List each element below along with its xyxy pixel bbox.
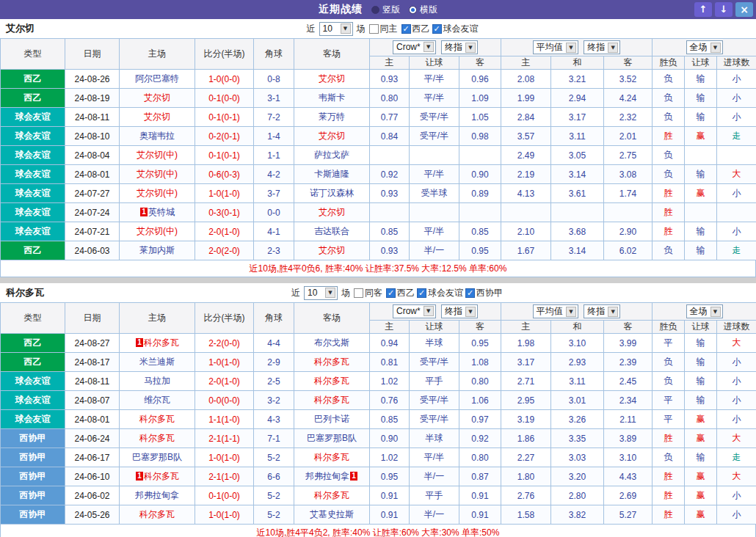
odds-away-cell: 0.98 <box>459 127 501 146</box>
team-link[interactable]: 巴塞罗那B队 <box>132 452 182 462</box>
team-link[interactable]: 奥瑞韦拉 <box>139 131 175 141</box>
team-link[interactable]: 吉达联合 <box>314 226 349 236</box>
scroll-up-button[interactable]: ↑ <box>694 2 712 17</box>
team-link[interactable]: 科尔多瓦 <box>139 509 175 519</box>
home-team-cell: 艾尔切 <box>120 89 195 108</box>
odds-away-cell: 1.05 <box>459 108 501 127</box>
team-link[interactable]: 阿尔巴塞特 <box>135 73 179 84</box>
team-link[interactable]: 艾尔切(中) <box>137 150 178 160</box>
team-link[interactable]: 莱加内斯 <box>139 245 175 255</box>
corner-cell: 1-4 <box>254 127 294 146</box>
team-link[interactable]: 科尔多瓦 <box>314 395 349 405</box>
league-badge: 西乙 <box>1 353 65 372</box>
score-cell: 2-1(1-0) <box>195 467 254 486</box>
team-link[interactable]: 邦弗拉甸拿 <box>135 490 179 500</box>
handicap-cell: 平手 <box>410 372 459 391</box>
team-link[interactable]: 巴塞罗那B队 <box>307 433 357 443</box>
score-cell: 0-1(0-1) <box>195 108 254 127</box>
odds-home-cell: 0.93 <box>370 184 410 203</box>
team-link[interactable]: 科尔多瓦 <box>314 357 349 367</box>
layout-horizontal-option[interactable]: 横版 <box>409 4 437 16</box>
close-icon: × <box>740 4 749 15</box>
match-count-select[interactable]: 10 ▼ <box>304 286 338 300</box>
team-link[interactable]: 科尔多瓦 <box>139 414 175 424</box>
scope-select[interactable]: 全场▼ <box>686 40 723 54</box>
checkbox-label: 西乙 <box>397 287 415 299</box>
avg-away-cell: 2.39 <box>604 353 653 372</box>
odds-time-select[interactable]: 终指▼ <box>441 304 478 318</box>
team-link[interactable]: 科尔多瓦 <box>144 337 179 348</box>
team-link[interactable]: 科尔多瓦 <box>314 376 349 386</box>
layout-vertical-option[interactable]: 竖版 <box>371 4 400 16</box>
team-link[interactable]: 邦弗拉甸拿 <box>305 471 349 481</box>
team-link[interactable]: 科尔多瓦 <box>139 433 175 443</box>
avg-home-cell: 3.57 <box>501 127 551 146</box>
team-link[interactable]: 萨拉戈萨 <box>314 150 349 160</box>
league-filter-option[interactable]: 球会友谊 <box>417 287 463 299</box>
team-link[interactable]: 艾尔切(中) <box>137 226 178 236</box>
team-link[interactable]: 艾尔切 <box>144 112 170 122</box>
team-link[interactable]: 卡斯迪隆 <box>314 169 349 179</box>
checkbox-icon[interactable] <box>354 288 363 298</box>
odds-company-select[interactable]: Crow*▼ <box>393 40 436 54</box>
score-cell: 0-1(0-0) <box>195 486 254 505</box>
avg-time-select[interactable]: 终指▼ <box>584 304 620 318</box>
team-link[interactable]: 科尔多瓦 <box>144 471 179 481</box>
match-count-select[interactable]: 10 ▼ <box>319 22 353 36</box>
handicap-result-cell: 输 <box>685 89 717 108</box>
away-team-cell: 莱万特 <box>294 108 370 127</box>
home-team-cell: 维尔瓦 <box>120 391 195 410</box>
checkbox-icon[interactable] <box>369 24 379 34</box>
avg-draw-cell: 2.94 <box>551 89 604 108</box>
team-link[interactable]: 诺丁汉森林 <box>310 188 354 198</box>
team-link[interactable]: 艾尔切 <box>319 245 345 255</box>
card-badge: 1 <box>140 208 148 216</box>
avg-home-cell: 2.95 <box>501 391 551 410</box>
odds-company-select[interactable]: Crow*▼ <box>393 304 436 318</box>
league-filter-option[interactable]: 西协甲 <box>465 287 503 299</box>
team-link[interactable]: 布尔戈斯 <box>314 337 349 348</box>
team-link[interactable]: 艾尔切(中) <box>137 188 178 198</box>
same-venue-filter[interactable]: 同客 <box>354 287 382 299</box>
league-badge: 西乙 <box>1 89 65 108</box>
result-cell: 胜 <box>653 127 685 146</box>
team-link[interactable]: 英特城 <box>148 207 175 217</box>
team-link[interactable]: 米兰迪斯 <box>139 357 175 367</box>
team-link[interactable]: 艾尔切 <box>319 73 345 84</box>
team-link[interactable]: 艾尔切(中) <box>137 169 178 179</box>
league-filter-option[interactable]: 西乙 <box>401 23 430 35</box>
team-name: 科尔多瓦 <box>6 286 44 299</box>
avg-time-select[interactable]: 终指▼ <box>584 40 620 54</box>
checkbox-icon[interactable] <box>465 288 475 298</box>
team-link[interactable]: 艾基史拉斯 <box>310 509 354 519</box>
team-link[interactable]: 巴列卡诺 <box>314 414 349 424</box>
team-link[interactable]: 莱万特 <box>319 112 345 122</box>
team-link[interactable]: 维尔瓦 <box>144 395 170 405</box>
checkbox-icon[interactable] <box>386 288 396 298</box>
league-badge: 西协甲 <box>1 467 65 486</box>
team-link[interactable]: 艾尔切 <box>144 92 170 103</box>
avg-type-select[interactable]: 平均值▼ <box>533 40 578 54</box>
league-filter-option[interactable]: 球会友谊 <box>432 23 479 35</box>
scroll-down-button[interactable]: ↓ <box>715 2 733 17</box>
team-link[interactable]: 韦斯卡 <box>319 92 345 103</box>
team-link[interactable]: 科尔多瓦 <box>314 490 349 500</box>
col-away: 客场 <box>294 39 370 70</box>
odds-home-cell: 0.85 <box>370 410 410 429</box>
checkbox-icon[interactable] <box>401 24 411 34</box>
team-link[interactable]: 艾尔切 <box>319 131 345 141</box>
team-link[interactable]: 艾尔切 <box>319 207 345 217</box>
league-filter-option[interactable]: 西乙 <box>386 287 415 299</box>
team-link[interactable]: 马拉加 <box>144 376 170 386</box>
avg-type-select[interactable]: 平均值▼ <box>533 304 578 318</box>
close-button[interactable]: × <box>735 2 753 17</box>
avg-home-cell: 2.71 <box>501 372 551 391</box>
same-venue-filter[interactable]: 同主 <box>369 23 398 35</box>
team-link[interactable]: 科尔多瓦 <box>314 452 349 462</box>
avg-away-cell: 2.32 <box>604 108 653 127</box>
scope-select[interactable]: 全场▼ <box>686 304 723 318</box>
checkbox-icon[interactable] <box>432 24 442 34</box>
checkbox-icon[interactable] <box>417 288 426 298</box>
odds-time-select[interactable]: 终指▼ <box>441 40 478 54</box>
score-cell: 2-0(2-0) <box>195 241 254 260</box>
